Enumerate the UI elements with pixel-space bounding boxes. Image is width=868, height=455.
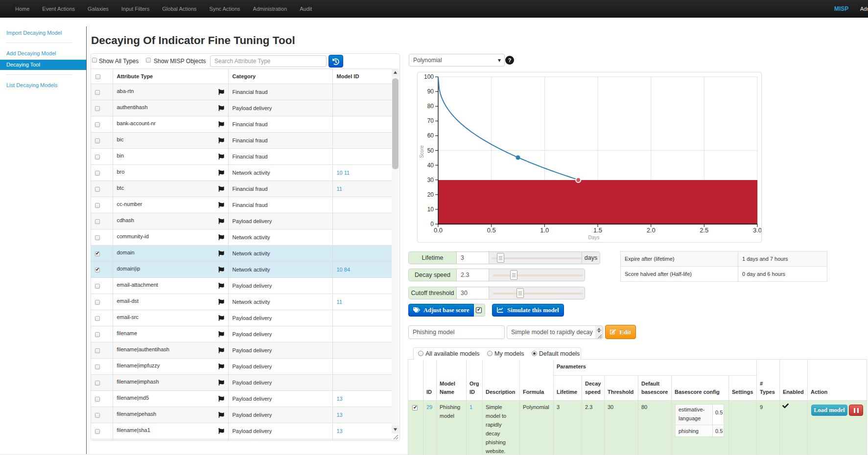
svg-text:10: 10: [427, 206, 434, 213]
svg-text:100: 100: [424, 73, 434, 80]
svg-text:80: 80: [427, 103, 434, 110]
svg-text:Days: Days: [588, 235, 600, 240]
svg-text:3.0: 3.0: [753, 227, 761, 234]
svg-text:70: 70: [427, 117, 434, 124]
svg-text:0.0: 0.0: [434, 227, 443, 234]
svg-text:2.0: 2.0: [647, 227, 656, 234]
svg-text:1.0: 1.0: [540, 227, 549, 234]
svg-text:0.5: 0.5: [487, 227, 496, 234]
svg-text:40: 40: [427, 162, 434, 169]
svg-text:1.5: 1.5: [593, 227, 602, 234]
svg-text:60: 60: [427, 132, 434, 139]
svg-text:Score: Score: [419, 145, 424, 159]
svg-text:30: 30: [427, 177, 434, 183]
svg-text:2.5: 2.5: [700, 227, 708, 234]
svg-text:50: 50: [427, 147, 434, 154]
svg-text:20: 20: [427, 191, 434, 198]
svg-text:90: 90: [427, 88, 434, 95]
